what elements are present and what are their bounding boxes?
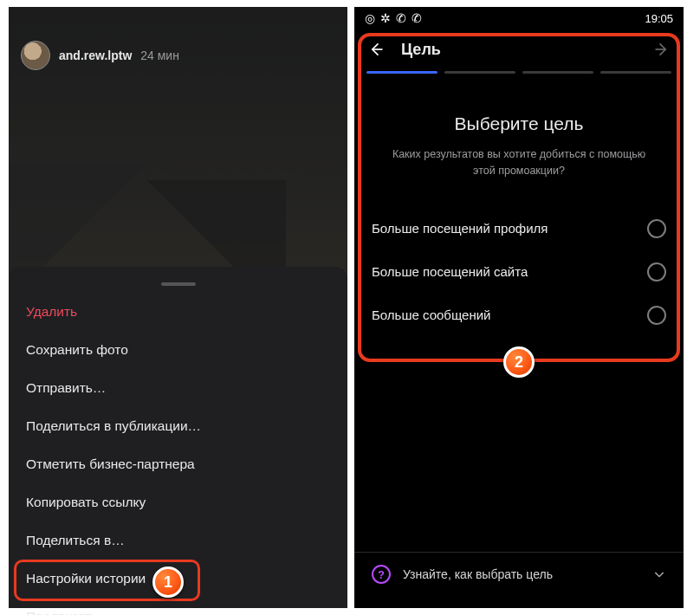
sheet-item-tag-partner[interactable]: Отметить бизнес-партнера <box>9 445 347 483</box>
option-messages[interactable]: Больше сообщений <box>354 294 684 337</box>
progress-seg-3 <box>522 71 593 74</box>
sheet-item-copy-link[interactable]: Копировать ссылку <box>9 483 347 521</box>
radio-icon <box>647 306 666 325</box>
progress-seg-4 <box>600 71 671 74</box>
radio-icon <box>647 219 666 238</box>
sheet-item-share-post[interactable]: Поделиться в публикации… <box>9 407 347 445</box>
status-bar: ◎ ✲ ✆ ✆ 19:05 <box>354 7 684 29</box>
option-profile-label: Больше посещений профиля <box>372 221 548 236</box>
back-button[interactable] <box>366 40 386 59</box>
sheet-item-share-in[interactable]: Поделиться в… <box>9 521 347 560</box>
sheet-item-save-photo[interactable]: Сохранить фото <box>9 331 347 369</box>
arrow-right-icon <box>653 41 671 58</box>
chevron-down-icon <box>652 567 666 581</box>
story-action-sheet: Удалить Сохранить фото Отправить… Подели… <box>9 267 347 608</box>
ok-icon: ✲ <box>380 12 391 24</box>
sheet-item-delete[interactable]: Удалить <box>9 293 347 331</box>
callout-badge-1: 1 <box>152 566 184 598</box>
sheet-grab-handle[interactable] <box>161 282 196 286</box>
status-left-icons: ◎ ✲ ✆ ✆ <box>365 12 422 24</box>
radio-icon <box>647 262 666 282</box>
story-header: and.rew.lptw 24 мин <box>21 40 335 71</box>
viber-icon: ✆ <box>396 12 406 24</box>
goal-title: Цель <box>401 41 441 59</box>
goal-topbar: Цель <box>354 29 684 69</box>
sheet-item-send[interactable]: Отправить… <box>9 369 347 407</box>
avatar[interactable] <box>21 41 50 70</box>
progress-seg-2 <box>444 71 515 74</box>
phone-right-goal: ◎ ✲ ✆ ✆ 19:05 Цель Выберите цель Каких <box>354 7 684 608</box>
viber2-icon: ✆ <box>412 12 422 24</box>
help-label: Узнайте, как выбрать цель <box>403 567 553 581</box>
help-row[interactable]: ? Узнайте, как выбрать цель <box>354 552 684 596</box>
goal-screen: ◎ ✲ ✆ ✆ 19:05 Цель Выберите цель Каких <box>354 7 684 608</box>
phone-left-story: and.rew.lptw 24 мин Удалить Сохранить фо… <box>9 7 347 608</box>
forward-button[interactable] <box>652 40 671 59</box>
goal-heading: Выберите цель <box>380 113 658 134</box>
goal-subheading: Каких результатов вы хотите добиться с п… <box>380 146 658 179</box>
progress-seg-1 <box>366 71 438 74</box>
goal-options: Больше посещений профиля Больше посещени… <box>354 207 684 337</box>
option-profile-visits[interactable]: Больше посещений профиля <box>354 207 684 250</box>
callout-badge-2: 2 <box>503 346 535 378</box>
status-time: 19:05 <box>645 12 673 25</box>
story-username[interactable]: and.rew.lptw <box>59 49 132 62</box>
arrow-left-icon <box>367 41 385 58</box>
option-site-label: Больше посещений сайта <box>372 264 528 279</box>
instagram-icon: ◎ <box>365 12 375 24</box>
option-messages-label: Больше сообщений <box>372 308 490 322</box>
goal-heading-block: Выберите цель Каких результатов вы хотит… <box>354 74 684 188</box>
story-time: 24 мин <box>140 49 179 62</box>
question-icon: ? <box>372 565 391 584</box>
option-site-visits[interactable]: Больше посещений сайта <box>354 250 684 294</box>
